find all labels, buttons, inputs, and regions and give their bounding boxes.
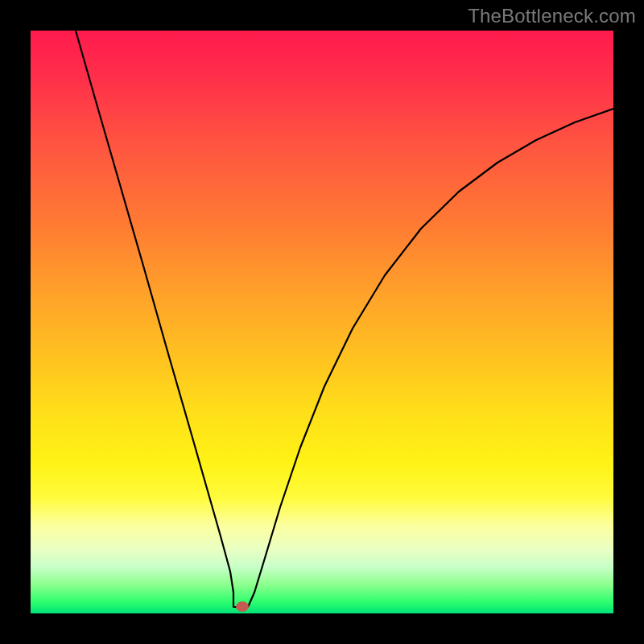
curve-svg	[31, 31, 613, 613]
watermark-text: TheBottleneck.com	[468, 5, 636, 27]
plot-area	[31, 31, 613, 613]
optimum-marker	[236, 601, 249, 612]
bottleneck-curve	[76, 31, 613, 607]
chart-frame: TheBottleneck.com	[0, 0, 644, 644]
